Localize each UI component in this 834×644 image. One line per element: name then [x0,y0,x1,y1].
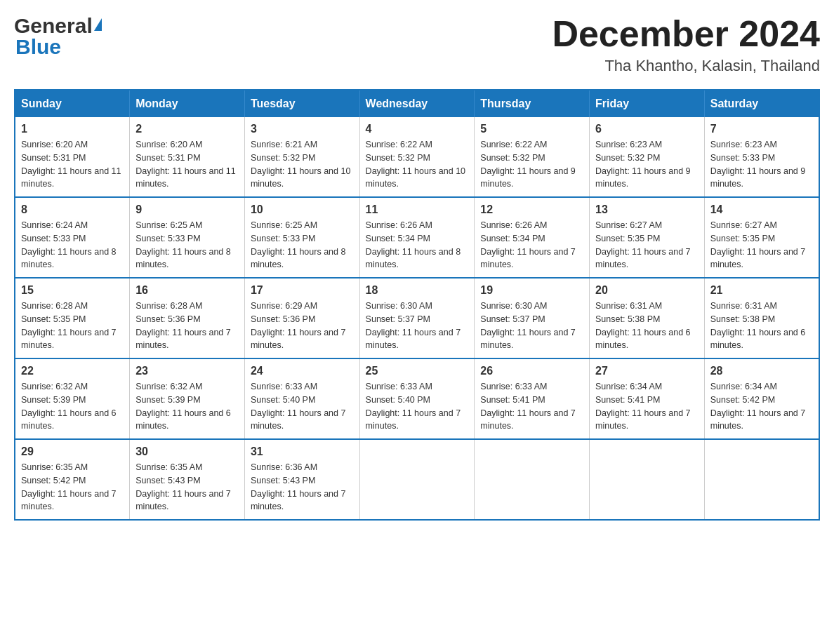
day-info: Sunrise: 6:31 AM Sunset: 5:38 PM Dayligh… [710,300,813,352]
logo: General Blue [14,14,102,59]
day-number: 5 [480,123,583,135]
calendar-cell [704,439,819,520]
day-number: 16 [135,284,239,297]
day-number: 29 [21,445,124,458]
calendar-cell: 23 Sunrise: 6:32 AM Sunset: 5:39 PM Dayl… [130,358,245,439]
day-number: 9 [135,203,239,216]
day-info: Sunrise: 6:25 AM Sunset: 5:33 PM Dayligh… [251,219,354,271]
day-info: Sunrise: 6:34 AM Sunset: 5:41 PM Dayligh… [595,380,699,433]
day-info: Sunrise: 6:20 AM Sunset: 5:31 PM Dayligh… [21,138,124,191]
day-number: 8 [21,203,124,216]
calendar-cell: 30 Sunrise: 6:35 AM Sunset: 5:43 PM Dayl… [130,439,245,520]
calendar-cell: 19 Sunrise: 6:30 AM Sunset: 5:37 PM Dayl… [475,278,590,358]
day-info: Sunrise: 6:24 AM Sunset: 5:33 PM Dayligh… [21,219,124,271]
day-number: 4 [366,123,469,135]
day-number: 30 [135,445,239,458]
column-header-wednesday: Wednesday [359,90,475,117]
day-number: 22 [21,365,124,377]
day-number: 28 [710,365,813,377]
calendar-cell: 3 Sunrise: 6:21 AM Sunset: 5:32 PM Dayli… [244,117,359,197]
logo-general: General [14,14,93,38]
calendar-cell [590,439,705,520]
day-number: 1 [21,123,124,135]
day-number: 20 [595,284,699,297]
day-number: 6 [595,123,699,135]
day-number: 14 [710,203,813,216]
day-info: Sunrise: 6:22 AM Sunset: 5:32 PM Dayligh… [480,138,583,191]
calendar-cell: 9 Sunrise: 6:25 AM Sunset: 5:33 PM Dayli… [130,197,245,278]
day-number: 23 [135,365,239,377]
calendar-cell: 21 Sunrise: 6:31 AM Sunset: 5:38 PM Dayl… [704,278,819,358]
calendar-cell: 16 Sunrise: 6:28 AM Sunset: 5:36 PM Dayl… [130,278,245,358]
day-info: Sunrise: 6:28 AM Sunset: 5:35 PM Dayligh… [21,300,124,352]
day-info: Sunrise: 6:22 AM Sunset: 5:32 PM Dayligh… [366,138,469,191]
day-number: 15 [21,284,124,297]
calendar-cell: 18 Sunrise: 6:30 AM Sunset: 5:37 PM Dayl… [359,278,475,358]
calendar-week-row: 29 Sunrise: 6:35 AM Sunset: 5:42 PM Dayl… [15,439,819,520]
calendar-cell: 20 Sunrise: 6:31 AM Sunset: 5:38 PM Dayl… [590,278,705,358]
calendar-subtitle: Tha Khantho, Kalasin, Thailand [552,57,820,75]
calendar-cell: 17 Sunrise: 6:29 AM Sunset: 5:36 PM Dayl… [244,278,359,358]
calendar-cell: 10 Sunrise: 6:25 AM Sunset: 5:33 PM Dayl… [244,197,359,278]
calendar-cell: 6 Sunrise: 6:23 AM Sunset: 5:32 PM Dayli… [590,117,705,197]
day-number: 31 [251,445,354,458]
day-number: 12 [480,203,583,216]
calendar-week-row: 8 Sunrise: 6:24 AM Sunset: 5:33 PM Dayli… [15,197,819,278]
calendar-title: December 2024 [552,14,820,54]
column-header-sunday: Sunday [15,90,130,117]
calendar-cell: 2 Sunrise: 6:20 AM Sunset: 5:31 PM Dayli… [130,117,245,197]
calendar-cell [475,439,590,520]
day-info: Sunrise: 6:31 AM Sunset: 5:38 PM Dayligh… [595,300,699,352]
calendar-cell: 1 Sunrise: 6:20 AM Sunset: 5:31 PM Dayli… [15,117,130,197]
column-header-tuesday: Tuesday [244,90,359,117]
day-info: Sunrise: 6:27 AM Sunset: 5:35 PM Dayligh… [710,219,813,271]
day-number: 19 [480,284,583,297]
calendar-week-row: 1 Sunrise: 6:20 AM Sunset: 5:31 PM Dayli… [15,117,819,197]
calendar-cell: 27 Sunrise: 6:34 AM Sunset: 5:41 PM Dayl… [590,358,705,439]
day-number: 25 [366,365,469,377]
day-number: 13 [595,203,699,216]
calendar-cell: 5 Sunrise: 6:22 AM Sunset: 5:32 PM Dayli… [475,117,590,197]
day-number: 7 [710,123,813,135]
calendar-cell: 26 Sunrise: 6:33 AM Sunset: 5:41 PM Dayl… [475,358,590,439]
day-info: Sunrise: 6:30 AM Sunset: 5:37 PM Dayligh… [480,300,583,352]
logo-triangle-icon [94,18,102,31]
column-header-saturday: Saturday [704,90,819,117]
calendar-cell: 13 Sunrise: 6:27 AM Sunset: 5:35 PM Dayl… [590,197,705,278]
calendar-cell: 14 Sunrise: 6:27 AM Sunset: 5:35 PM Dayl… [704,197,819,278]
calendar-cell: 22 Sunrise: 6:32 AM Sunset: 5:39 PM Dayl… [15,358,130,439]
day-info: Sunrise: 6:23 AM Sunset: 5:33 PM Dayligh… [710,138,813,191]
column-header-thursday: Thursday [475,90,590,117]
day-number: 3 [251,123,354,135]
day-info: Sunrise: 6:27 AM Sunset: 5:35 PM Dayligh… [595,219,699,271]
calendar-cell: 31 Sunrise: 6:36 AM Sunset: 5:43 PM Dayl… [244,439,359,520]
day-info: Sunrise: 6:35 AM Sunset: 5:42 PM Dayligh… [21,461,124,514]
day-info: Sunrise: 6:34 AM Sunset: 5:42 PM Dayligh… [710,380,813,433]
day-number: 17 [251,284,354,297]
day-number: 10 [251,203,354,216]
column-header-monday: Monday [130,90,245,117]
calendar-cell: 29 Sunrise: 6:35 AM Sunset: 5:42 PM Dayl… [15,439,130,520]
day-info: Sunrise: 6:25 AM Sunset: 5:33 PM Dayligh… [135,219,239,271]
day-info: Sunrise: 6:32 AM Sunset: 5:39 PM Dayligh… [135,380,239,433]
day-info: Sunrise: 6:33 AM Sunset: 5:41 PM Dayligh… [480,380,583,433]
calendar-cell: 7 Sunrise: 6:23 AM Sunset: 5:33 PM Dayli… [704,117,819,197]
calendar-cell: 11 Sunrise: 6:26 AM Sunset: 5:34 PM Dayl… [359,197,475,278]
day-info: Sunrise: 6:30 AM Sunset: 5:37 PM Dayligh… [366,300,469,352]
day-number: 18 [366,284,469,297]
day-number: 21 [710,284,813,297]
day-number: 2 [135,123,239,135]
day-info: Sunrise: 6:33 AM Sunset: 5:40 PM Dayligh… [251,380,354,433]
day-info: Sunrise: 6:20 AM Sunset: 5:31 PM Dayligh… [135,138,239,191]
logo-blue: Blue [15,35,61,59]
day-number: 26 [480,365,583,377]
calendar-cell: 24 Sunrise: 6:33 AM Sunset: 5:40 PM Dayl… [244,358,359,439]
day-info: Sunrise: 6:32 AM Sunset: 5:39 PM Dayligh… [21,380,124,433]
calendar-week-row: 15 Sunrise: 6:28 AM Sunset: 5:35 PM Dayl… [15,278,819,358]
day-info: Sunrise: 6:26 AM Sunset: 5:34 PM Dayligh… [480,219,583,271]
day-info: Sunrise: 6:35 AM Sunset: 5:43 PM Dayligh… [135,461,239,514]
calendar-header-row: SundayMondayTuesdayWednesdayThursdayFrid… [15,90,819,117]
day-number: 11 [366,203,469,216]
day-info: Sunrise: 6:36 AM Sunset: 5:43 PM Dayligh… [251,461,354,514]
day-info: Sunrise: 6:21 AM Sunset: 5:32 PM Dayligh… [251,138,354,191]
